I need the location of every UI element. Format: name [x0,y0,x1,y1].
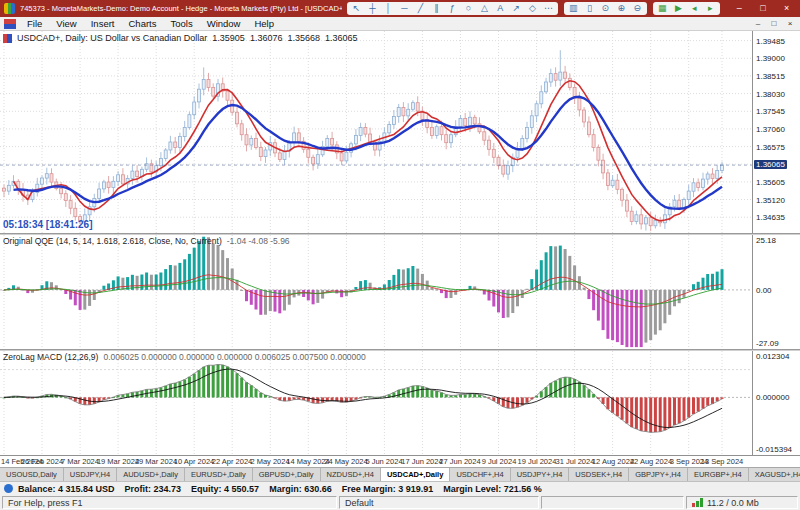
shapes-tool-icon[interactable]: ◇ [525,2,540,15]
cursor-tool-icon[interactable]: ↖ [349,2,364,15]
network-status: 11.2 / 0.0 Mb [686,496,798,509]
equidistant-channel-tool-icon[interactable]: ∥ [429,2,444,15]
tab-audusd-daily[interactable]: AUDUSD+,Daily [117,468,185,481]
zoom-in-icon[interactable]: ⊕ [614,2,629,15]
price-axis-label: 1.35605 [756,178,785,187]
menu-insert[interactable]: Insert [84,17,122,31]
child-minimize-button[interactable]: – [750,17,766,30]
shift-forward-icon[interactable]: ▸ [703,2,718,15]
price-chart-svg [0,31,752,233]
bar-chart-icon[interactable]: ▥ [566,2,581,15]
menu-charts[interactable]: Charts [122,17,164,31]
candlestick-chart-icon[interactable]: ▯ [582,2,597,15]
price-axis-label: 1.39000 [756,54,785,63]
time-axis-label: 27 Jun 2024 [439,457,480,466]
connection-status-icon [4,484,13,493]
minimize-button[interactable]: – [730,1,749,16]
time-axis-label: 22 Aug 2024 [630,457,672,466]
menu-tools[interactable]: Tools [163,17,199,31]
arrow-tool-icon[interactable]: ↗ [509,2,524,15]
close-button[interactable]: × [777,1,796,16]
macd-axis-label: 0.000000 [756,393,789,402]
price-axis-label: 1.37060 [756,125,785,134]
child-close-button[interactable]: × [782,17,798,30]
qqe-values: -1.04 -4.08 -5.96 [227,236,290,246]
tab-nzdusd-h4[interactable]: NZDUSD+,H4 [321,468,381,481]
time-axis-label: 13 Sep 2024 [701,457,744,466]
horizontal-line-tool-icon[interactable]: ─ [397,2,412,15]
more-tools-icon[interactable]: ⋯ [541,2,556,15]
time-axis-label: 17 Jun 2024 [401,457,442,466]
candle-countdown-timer: 05:18:34 [18:41:26] [3,219,93,230]
vertical-line-tool-icon[interactable]: │ [381,2,396,15]
title-bar: 745373 - MonetaMarkets-Demo: Demo Accoun… [0,0,800,17]
menu-window[interactable]: Window [200,17,248,31]
price-axis-label: 1.37545 [756,107,785,116]
account-status-items: Balance: 4 315.84 USDProfit: 234.73Equit… [18,484,552,494]
tab-usdcad-daily[interactable]: USDCAD+,Daily [381,468,450,481]
account-status-bar: Balance: 4 315.84 USDProfit: 234.73Equit… [0,481,800,495]
price-chart-pane: USDCAD+, Daily: US Dollar vs Canadian Do… [0,31,800,233]
qqe-canvas[interactable]: Original QQE (14, 5, 14, 1.618, 2.618, C… [0,235,752,349]
price-chart-canvas[interactable]: USDCAD+, Daily: US Dollar vs Canadian Do… [0,31,752,233]
qqe-indicator-pane: Original QQE (14, 5, 14, 1.618, 2.618, C… [0,235,800,349]
tab-usdjpy-h4[interactable]: USDJPY,H4 [64,468,117,481]
tile-windows-icon[interactable]: ▦ [655,2,670,15]
price-axis-label: 1.35120 [756,196,785,205]
menu-help[interactable]: Help [247,17,281,31]
tab-eurusd-daily[interactable]: EURUSD+,Daily [185,468,253,481]
fibonacci-tool-icon[interactable]: ƒ [445,2,460,15]
price-axis[interactable]: 1.394851.390001.385151.380301.375451.370… [752,31,800,233]
tab-xagusd-h4[interactable]: XAGUSD+,H4 [749,468,800,481]
auto-scroll-icon[interactable]: ▶ [671,2,686,15]
caption-toolbars: ↖┼│─╱∥ƒ○△A↗◇⋯▥▯⊙⊕⊖▦▶◂▸ [347,2,720,15]
time-axis-label: 14 May 2024 [286,457,329,466]
tab-eurgbp-h4[interactable]: EURGBP+,H4 [688,468,749,481]
macd-label-text: ZeroLag MACD (12,26,9) [3,352,98,362]
macd-axis[interactable]: 0.0123040.000000-0.015394 [752,351,800,455]
triangle-tool-icon[interactable]: △ [477,2,492,15]
tab-usdchf-h4[interactable]: USDCHF+,H4 [450,468,510,481]
ellipse-tool-icon[interactable]: ○ [461,2,476,15]
bottom-status-bar: For Help, press F1 Default 11.2 / 0.0 Mb [0,495,800,510]
qqe-axis-label: -27.09 [756,339,779,348]
qqe-axis[interactable]: 25.180.00-27.09 [752,235,800,349]
price-axis-label: 1.38030 [756,90,785,99]
time-axis[interactable]: 14 Feb 202426 Feb 20247 Mar 202419 Mar 2… [0,455,800,467]
macd-indicator-svg [0,351,752,455]
tab-gbpusd-daily[interactable]: GBPUSD+,Daily [253,468,321,481]
qqe-indicator-svg [0,235,752,349]
text-tool-icon[interactable]: A [493,2,508,15]
macd-label: ZeroLag MACD (12,26,9)0.006025 0.000000 … [3,352,366,362]
tab-usdsek-h4[interactable]: USDSEK+,H4 [569,468,629,481]
clock-icon[interactable]: ⊙ [598,2,613,15]
time-axis-label: 26 Feb 2024 [21,457,63,466]
qqe-label-text: Original QQE (14, 5, 14, 1.618, 2.618, C… [3,236,222,246]
tab-usousd-daily[interactable]: USOUSD,Daily [0,468,64,481]
time-axis-label: 5 Jun 2024 [365,457,402,466]
shift-back-icon[interactable]: ◂ [687,2,702,15]
tab-usdjpy-h4[interactable]: USDJPY+,H4 [511,468,570,481]
symbol-info-line: USDCAD+, Daily: US Dollar vs Canadian Do… [3,33,358,43]
tab-gbpjpy-h4[interactable]: GBPJPY+,H4 [629,468,688,481]
maximize-button[interactable]: □ [754,1,773,16]
macd-axis-label: 0.012304 [756,352,789,361]
crosshair-tool-icon[interactable]: ┼ [365,2,380,15]
child-restore-button[interactable]: □ [766,17,782,30]
time-axis-label: 7 Mar 2024 [61,457,99,466]
ohlc-close: 1.36065 [325,33,358,43]
profile-selector[interactable]: Default [339,496,539,509]
chart-area: USDCAD+, Daily: US Dollar vs Canadian Do… [0,31,800,467]
menu-view[interactable]: View [49,17,83,31]
time-axis-label: 9 Jul 2024 [482,457,517,466]
time-axis-label: 22 Apr 2024 [212,457,252,466]
macd-canvas[interactable]: ZeroLag MACD (12,26,9)0.006025 0.000000 … [0,351,752,455]
zoom-out-icon[interactable]: ⊖ [630,2,645,15]
network-traffic-text: 11.2 / 0.0 Mb [707,498,759,508]
menu-items: FileViewInsertChartsToolsWindowHelp [20,17,281,31]
qqe-axis-label: 0.00 [756,286,772,295]
qqe-label: Original QQE (14, 5, 14, 1.618, 2.618, C… [3,236,290,246]
macd-values: 0.006025 0.000000 0.000000 0.000000 0.00… [103,352,365,362]
trendline-tool-icon[interactable]: ╱ [413,2,428,15]
menu-file[interactable]: File [20,17,49,31]
